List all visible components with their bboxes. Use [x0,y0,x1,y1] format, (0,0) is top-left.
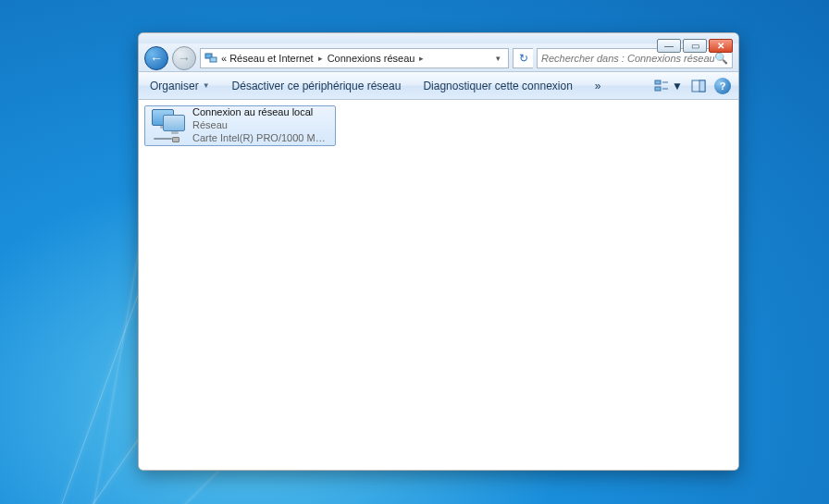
organize-label: Organiser [150,80,199,92]
close-icon: ✕ [717,42,724,51]
view-icon [653,78,670,94]
breadcrumb-dropdown[interactable]: ▾ [490,54,505,63]
disable-device-button[interactable]: Désactiver ce périphérique réseau [229,78,405,94]
change-view-button[interactable]: ▼ [653,78,683,94]
help-icon: ? [720,80,726,92]
chevron-right-icon[interactable]: ▸ [417,54,426,63]
chevron-down-icon: ▼ [203,81,210,90]
breadcrumb-root[interactable]: « [221,53,227,64]
svg-rect-3 [655,87,661,91]
minimize-button[interactable]: — [657,39,681,53]
window-titlebar[interactable] [139,33,738,44]
disable-label: Désactiver ce périphérique réseau [232,80,402,92]
more-label: » [595,80,601,92]
search-input[interactable] [541,53,714,64]
connection-text: Connexion au réseau local Réseau Carte I… [192,106,330,144]
svg-rect-1 [210,57,217,62]
help-button[interactable]: ? [714,78,731,94]
minimize-icon: — [664,42,674,51]
connection-name: Connexion au réseau local [192,106,330,119]
refresh-button[interactable]: ↻ [513,48,533,68]
connection-status: Réseau [192,119,330,132]
back-button[interactable]: ← [144,46,168,70]
content-area[interactable]: Connexion au réseau local Réseau Carte I… [139,100,738,470]
refresh-icon: ↻ [519,52,528,65]
maximize-icon: ▭ [691,42,699,51]
diagnose-label: Diagnostiquer cette connexion [423,80,572,92]
navigation-bar: ← → « Réseau et Internet ▸ Connexions ré… [139,44,738,72]
organize-button[interactable]: Organiser ▼ [146,78,214,94]
more-commands-button[interactable]: » [591,78,605,94]
preview-pane-icon [690,78,707,94]
connection-item[interactable]: Connexion au réseau local Réseau Carte I… [144,105,336,146]
close-button[interactable]: ✕ [709,39,733,53]
search-icon[interactable]: 🔍 [714,52,728,65]
command-bar: Organiser ▼ Désactiver ce périphérique r… [139,72,738,100]
maximize-button[interactable]: ▭ [683,39,707,53]
breadcrumb-segment-1[interactable]: Connexions réseau [328,53,415,64]
arrow-right-icon: → [178,51,191,66]
chevron-right-icon[interactable]: ▸ [316,54,325,63]
breadcrumb[interactable]: « Réseau et Internet ▸ Connexions réseau… [200,48,509,68]
breadcrumb-segment-0[interactable]: Réseau et Internet [229,53,314,64]
explorer-window: — ▭ ✕ ← → « Réseau et Internet ▸ Connexi… [138,32,739,471]
svg-rect-7 [699,80,705,92]
svg-rect-2 [655,80,661,84]
network-connection-icon [150,109,187,142]
forward-button[interactable]: → [172,46,196,70]
connection-device: Carte Intel(R) PRO/1000 MT pour ... [192,132,330,145]
chevron-down-icon: ▼ [672,80,683,92]
location-icon [204,51,218,66]
preview-pane-button[interactable] [690,78,707,94]
diagnose-button[interactable]: Diagnostiquer cette connexion [419,78,575,94]
arrow-left-icon: ← [150,51,163,66]
